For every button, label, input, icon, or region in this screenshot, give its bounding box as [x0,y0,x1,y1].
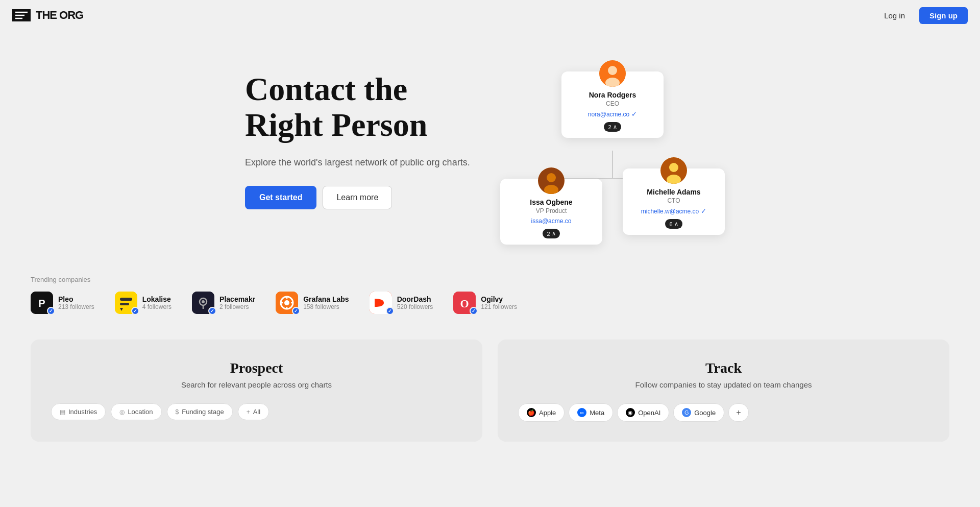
track-pill-icon: ◉ [626,408,635,417]
avatar [538,167,565,194]
company-info: Placemakr 2 followers [219,295,255,310]
org-card-vp[interactable]: Issa Ogbene VP Product issa@acme.co 2 ∧ [500,179,602,245]
vp-sub-count[interactable]: 2 ∧ [543,229,559,238]
filter-icon: + [247,408,250,416]
verified-badge: ✓ [292,307,300,315]
company-name: Ogilvy [481,295,517,303]
filter-pill[interactable]: +All [238,403,269,420]
vp-name: Issa Ogbene [530,198,572,206]
header-nav: Log in Sign up [876,7,968,24]
cto-name: Michelle Adams [647,188,700,196]
svg-point-9 [608,66,617,75]
trending-company-item[interactable]: ✓ Grafana Labs 158 followers [276,292,349,314]
bottom-section: Prospect Search for relevant people acro… [0,324,980,462]
company-followers: 2 followers [219,303,255,310]
get-started-button[interactable]: Get started [245,186,316,209]
cto-sub-count[interactable]: 6 ∧ [665,219,682,229]
avatar [660,157,687,184]
hero-subtitle: Explore the world's largest network of p… [245,156,490,170]
vp-email: issa@acme.co [531,218,572,225]
avatar [599,60,626,87]
trending-company-item[interactable]: ✓ Placemakr 2 followers [192,292,255,314]
company-name: Pleo [58,295,94,303]
track-pill-icon: G [682,408,691,417]
cto-title: CTO [667,197,680,204]
company-info: Ogilvy 121 followers [481,295,517,310]
trending-company-item[interactable]: P ✓ Pleo 213 followers [31,292,94,314]
verified-badge: ✓ [386,307,394,315]
company-followers: 213 followers [58,303,94,310]
filter-label: Funding stage [182,408,224,416]
hero-section: Contact the Right Person Explore the wor… [0,0,980,255]
company-info: DoorDash 520 followers [397,295,433,310]
trending-companies-list: P ✓ Pleo 213 followers ✓ Lokalise 4 foll… [31,292,949,314]
track-pill-label: Google [694,409,716,417]
svg-text:P: P [38,298,45,309]
logo[interactable]: THE ORG [12,9,83,22]
company-name: DoorDash [397,295,433,303]
svg-text:O: O [460,297,469,310]
track-company-pill[interactable]: ◉ OpenAI [617,403,669,422]
verified-badge: ✓ [131,307,139,315]
filter-icon: ▤ [60,408,65,416]
add-company-button[interactable]: + [728,403,748,422]
logo-text: THE ORG [36,9,83,22]
company-logo: P ✓ [31,292,53,314]
track-pill-icon: ∞ [577,408,586,417]
prospect-card: Prospect Search for relevant people acro… [31,340,482,442]
vp-title: VP Product [536,207,567,214]
verified-badge: ✓ [208,307,216,315]
company-info: Pleo 213 followers [58,295,94,310]
track-company-pill[interactable]: G Google [673,403,724,422]
org-chart-illustration: Nora Rodgers CEO nora@acme.co ✓ 2 ∧ Issa… [490,41,755,255]
track-pill-label: OpenAI [638,409,660,417]
ceo-sub-count[interactable]: 2 ∧ [604,122,621,132]
hero-left: Contact the Right Person Explore the wor… [225,41,490,209]
login-button[interactable]: Log in [876,7,913,24]
company-info: Lokalise 4 followers [142,295,172,310]
svg-point-25 [202,300,205,303]
verified-badge: ✓ [47,307,55,315]
ceo-email: nora@acme.co ✓ [588,110,638,118]
company-logo: ✓ [276,292,298,314]
svg-point-15 [669,163,678,172]
company-logo: ✓ [370,292,392,314]
org-card-ceo[interactable]: Nora Rodgers CEO nora@acme.co ✓ 2 ∧ [561,71,664,138]
track-subtitle: Follow companies to stay updated on team… [518,380,929,389]
learn-more-button[interactable]: Learn more [323,186,392,209]
ceo-name: Nora Rodgers [589,91,636,99]
svg-rect-20 [120,298,132,301]
track-card: Track Follow companies to stay updated o… [498,340,949,442]
trending-label: Trending companies [31,276,949,283]
filter-pill[interactable]: ▤Industries [51,403,106,420]
filter-pill[interactable]: ◎Location [111,403,161,420]
company-followers: 158 followers [303,303,349,310]
verified-badge: ✓ [470,307,478,315]
company-logo: O ✓ [453,292,476,314]
company-followers: 4 followers [142,303,172,310]
trending-company-item[interactable]: O ✓ Ogilvy 121 followers [453,292,517,314]
company-logo: ✓ [115,292,137,314]
trending-company-item[interactable]: ✓ Lokalise 4 followers [115,292,172,314]
trending-company-item[interactable]: ✓ DoorDash 520 followers [370,292,433,314]
trending-section: Trending companies P ✓ Pleo 213 follower… [0,255,980,324]
org-card-cto[interactable]: Michelle Adams CTO michelle.w@acme.co ✓ … [623,168,725,235]
track-pills: 🍎 Apple ∞ Meta ◉ OpenAI G Google + [518,403,929,422]
company-followers: 520 followers [397,303,433,310]
prospect-title: Prospect [51,360,462,376]
company-name: Lokalise [142,295,172,303]
hero-buttons: Get started Learn more [245,186,490,209]
svg-rect-21 [120,303,129,305]
company-name: Placemakr [219,295,255,303]
track-company-pill[interactable]: ∞ Meta [569,403,613,422]
company-followers: 121 followers [481,303,517,310]
filter-pill[interactable]: $Funding stage [167,403,233,420]
cto-email: michelle.w@acme.co ✓ [641,207,707,215]
prospect-subtitle: Search for relevant people across org ch… [51,380,462,389]
svg-point-12 [547,173,556,182]
hero-title: Contact the Right Person [245,71,490,143]
signup-button[interactable]: Sign up [919,7,968,24]
company-logo: ✓ [192,292,214,314]
track-company-pill[interactable]: 🍎 Apple [518,403,565,422]
filter-icon: $ [176,408,179,416]
